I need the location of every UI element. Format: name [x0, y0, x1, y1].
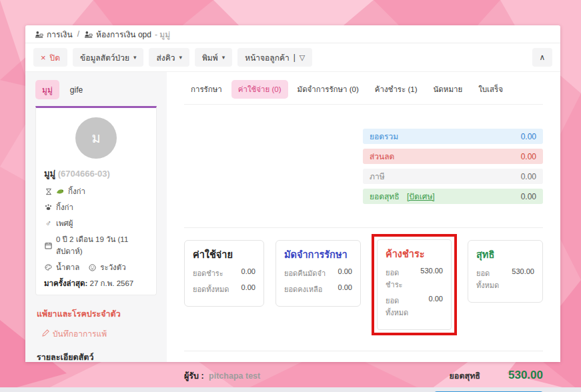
pet-tab-gife[interactable]: gife	[63, 82, 89, 98]
customer-screen-label: หน้าจอลูกค้า	[245, 51, 289, 64]
billing-panel: การรักษา ค่าใช้จ่าย (0) มัดจำการรักษา (0…	[167, 72, 560, 362]
card-row-label: ยอดชำระ	[193, 267, 223, 279]
outstanding-card-title: ค้างชำระ	[386, 246, 443, 261]
send-queue-dropdown[interactable]: ส่งคิว ▾	[149, 48, 189, 67]
totals-summary: ยอดรวม 0.00 ส่วนลด 0.00 ภาษี 0.00 ยอดสุท…	[363, 129, 543, 209]
card-row-label: ยอดทั้งหมด	[476, 267, 502, 291]
caret-down-icon: ▾	[179, 54, 182, 61]
tab-outstanding[interactable]: ค้างชำระ (1)	[368, 80, 424, 99]
pet-sidebar: มูมู่ gife ม มูมู่ (6704666-03)	[25, 72, 167, 362]
card-row-value: 530.00	[512, 267, 534, 291]
palette-icon	[44, 264, 53, 271]
species-icon	[44, 188, 53, 195]
pet-species-row: กิ้งก่า	[44, 185, 148, 197]
pet-age-row: 0 ปี 2 เดือน 19 วัน (11 สัปดาห์)	[44, 233, 148, 257]
breadcrumb-finance[interactable]: การเงิน	[47, 28, 73, 41]
details-heading: รายละเอียดสัตว์	[37, 351, 155, 362]
tab-receipts[interactable]: ใบเสร็จ	[472, 80, 510, 99]
card-row-label: ยอดคืนมัดจำ	[284, 267, 326, 279]
discount-value: 0.00	[521, 152, 536, 161]
tab-expenses[interactable]: ค่าใช้จ่าย (0)	[231, 80, 288, 99]
card-row-value: 0.00	[241, 283, 255, 295]
patient-info-dropdown[interactable]: ข้อมูลสัตว์ป่วย ▾	[73, 48, 143, 67]
send-queue-label: ส่งคิว	[156, 51, 175, 64]
breadcrumb-pet-suffix: - มูมู่	[155, 28, 170, 41]
card-row-value: 0.00	[338, 267, 352, 279]
expenses-card-title: ค่าใช้จ่าย	[193, 247, 255, 262]
last-visit-label: มาครั้งล่าสุด:	[44, 279, 87, 287]
tab-deposit[interactable]: มัดจำการรักษา (0)	[291, 80, 366, 99]
billing-tabs: การรักษา ค่าใช้จ่าย (0) มัดจำการรักษา (0…	[184, 80, 543, 105]
allergy-note-link[interactable]: บันทึกอาการแพ้	[42, 327, 150, 340]
receiver-row: ผู้รับ : pitchapa test ยอดสุทธิ 530.00	[184, 369, 543, 383]
print-label: พิมพ์	[202, 51, 218, 64]
allergy-link-label: บันทึกอาการแพ้	[53, 327, 107, 340]
avatar: ม	[75, 117, 117, 159]
close-button-label: ปิด	[50, 51, 60, 64]
collapse-panel-button[interactable]: ∧	[532, 48, 552, 67]
close-icon: ×	[41, 53, 46, 63]
avatar-letter: ม	[91, 127, 100, 149]
breadcrumb: การเงิน / ห้องการเงิน opd - มูมู่	[25, 25, 560, 43]
card-row-label: ยอดชำระ	[386, 267, 411, 291]
card-row-value: 0.00	[241, 267, 255, 279]
net-row-label: ยอดสุทธิ	[370, 192, 400, 201]
net-card-title: สุทธิ	[476, 247, 534, 262]
pet-color-temперament-row: น้ำตาล ระวังตัว	[44, 261, 148, 273]
total-label: ยอดรวม	[370, 130, 398, 143]
expenses-card: ค่าใช้จ่าย ยอดชำระ0.00 ยอดทั้งหมด0.00	[184, 240, 264, 307]
pet-id: (6704666-03)	[58, 169, 110, 179]
tab-treatment[interactable]: การรักษา	[184, 80, 229, 99]
lizard-icon	[56, 188, 65, 195]
summary-cards: ค่าใช้จ่าย ยอดชำระ0.00 ยอดทั้งหมด0.00 มั…	[184, 240, 543, 329]
net-row: ยอดสุทธิ [ปัดเศษ] 0.00	[363, 189, 543, 204]
tax-row: ภาษี 0.00	[363, 169, 543, 184]
male-icon: ♂	[44, 219, 53, 228]
card-row-label: ยอดคงเหลือ	[284, 283, 322, 295]
triangle-down-icon: ▽	[300, 53, 305, 62]
pet-gender: เพศผู้	[56, 217, 73, 229]
tax-label: ภาษี	[370, 170, 385, 183]
pet-color: น้ำตาล	[56, 261, 79, 273]
net-total-label: ยอดสุทธิ	[450, 369, 480, 383]
divider	[184, 227, 543, 228]
breadcrumb-separator: /	[77, 29, 79, 39]
content-area: มูมู่ gife ม มูมู่ (6704666-03)	[25, 72, 560, 362]
pet-info-card: ม มูมู่ (6704666-03) กิ้งก่า	[35, 106, 157, 295]
net-row-value: 0.00	[521, 192, 536, 201]
receiver-label: ผู้รับ :	[184, 371, 204, 381]
breadcrumb-room[interactable]: ห้องการเงิน opd	[96, 28, 151, 41]
total-value: 0.00	[521, 132, 536, 141]
caret-down-icon: ▾	[222, 54, 225, 61]
pet-age: 0 ปี 2 เดือน 19 วัน (11 สัปดาห์)	[56, 233, 148, 257]
total-row: ยอดรวม 0.00	[363, 129, 543, 144]
pet-breed-row: กิ้งก่า	[44, 201, 148, 213]
pet-name: มูมู่	[44, 169, 55, 179]
divider	[184, 351, 543, 351]
net-total-group: ยอดสุทธิ 530.00	[450, 369, 543, 383]
outstanding-highlight-box: ค้างชำระ ยอดชำระ530.00 ยอดทั้งหมด0.00	[372, 234, 457, 335]
tab-appointments[interactable]: นัดหมาย	[426, 80, 469, 99]
finance-window: การเงิน / ห้องการเงิน opd - มูมู่ × ปิด …	[25, 25, 560, 362]
deposit-card: มัดจำการรักษา ยอดคืนมัดจำ0.00 ยอดคงเหลือ…	[275, 240, 361, 307]
pet-tabs: มูมู่ gife	[35, 80, 157, 99]
pet-tab-mumu[interactable]: มูมู่	[35, 80, 59, 99]
tax-value: 0.00	[521, 172, 536, 181]
card-row-label: ยอดทั้งหมด	[386, 295, 420, 319]
pet-breed: กิ้งก่า	[56, 201, 73, 213]
pet-gender-row: ♂ เพศผู้	[44, 217, 148, 229]
rounding-link[interactable]: [ปัดเศษ]	[407, 192, 435, 201]
card-row-label: ยอดทั้งหมด	[193, 283, 229, 295]
print-dropdown[interactable]: พิมพ์ ▾	[195, 48, 232, 67]
net-card: สุทธิ ยอดทั้งหมด530.00	[468, 240, 543, 303]
card-row-value: 0.00	[429, 295, 443, 319]
customer-screen-dropdown[interactable]: หน้าจอลูกค้า | ▽	[237, 48, 312, 67]
pet-name-row: มูมู่ (6704666-03)	[44, 167, 148, 181]
close-button[interactable]: × ปิด	[33, 48, 67, 67]
patient-info-label: ข้อมูลสัตว์ป่วย	[80, 51, 129, 64]
paw-icon	[44, 204, 53, 211]
last-visit-value: 27 ก.พ. 2567	[90, 279, 134, 287]
caret-down-icon: ▾	[133, 54, 137, 61]
mood-icon	[88, 264, 97, 271]
discount-label: ส่วนลด	[370, 150, 394, 163]
